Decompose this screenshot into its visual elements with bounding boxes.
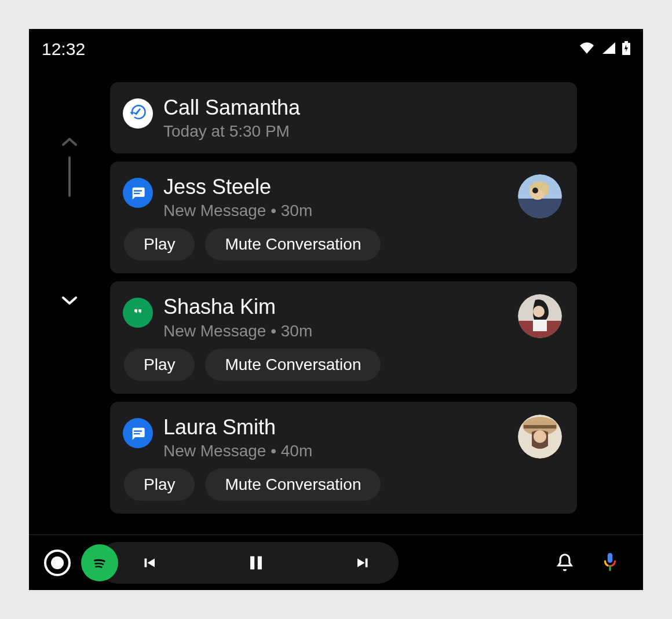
svg-point-10 — [533, 306, 545, 317]
hangouts-icon — [123, 298, 153, 328]
status-bar: 12:32 — [29, 29, 643, 61]
mute-button[interactable]: Mute Conversation — [205, 468, 381, 501]
svg-rect-11 — [533, 320, 547, 331]
reminder-icon — [123, 98, 153, 129]
pause-button[interactable] — [246, 553, 266, 573]
notification-card[interactable]: Jess Steele New Message • 30m Play Mute … — [110, 162, 577, 273]
wifi-icon — [579, 42, 594, 56]
notification-list: Call Samantha Today at 5:30 PM Jess Stee… — [110, 61, 643, 534]
prev-track-button[interactable] — [139, 554, 159, 572]
svg-rect-4 — [518, 199, 562, 218]
svg-rect-1 — [624, 41, 628, 43]
avatar — [518, 415, 562, 459]
card-subtitle: New Message • 30m — [163, 322, 507, 340]
notifications-button[interactable] — [554, 552, 576, 574]
card-title: Call Samantha — [163, 95, 562, 120]
bottom-bar — [29, 534, 643, 590]
messages-icon — [123, 418, 153, 448]
play-button[interactable]: Play — [124, 349, 195, 381]
scroll-track — [68, 156, 71, 197]
svg-rect-20 — [258, 556, 262, 569]
launcher-button[interactable] — [44, 550, 71, 576]
scroll-up-icon[interactable] — [61, 137, 78, 149]
notification-card[interactable]: Laura Smith New Message • 40m Play Mute … — [110, 402, 577, 514]
play-button[interactable]: Play — [124, 468, 195, 501]
main-area: Call Samantha Today at 5:30 PM Jess Stee… — [29, 61, 643, 534]
mute-button[interactable]: Mute Conversation — [205, 349, 381, 381]
svg-rect-15 — [524, 425, 556, 428]
svg-point-17 — [534, 430, 546, 443]
device-screen: 12:32 — [29, 29, 643, 590]
next-track-button[interactable] — [353, 554, 373, 572]
avatar — [518, 174, 562, 218]
notification-card[interactable]: Shasha Kim New Message • 30m Play Mute C… — [110, 281, 577, 393]
scroll-down-icon[interactable] — [61, 295, 78, 308]
card-subtitle: Today at 5:30 PM — [163, 122, 562, 141]
mic-icon[interactable] — [600, 551, 620, 574]
notification-card[interactable]: Call Samantha Today at 5:30 PM — [110, 82, 577, 153]
svg-rect-21 — [608, 553, 613, 563]
scroll-indicator — [29, 61, 110, 534]
card-subtitle: New Message • 40m — [163, 442, 507, 460]
svg-rect-19 — [250, 556, 254, 569]
cellular-icon — [601, 42, 615, 56]
svg-point-6 — [532, 188, 538, 193]
card-title: Shasha Kim — [163, 294, 507, 319]
card-subtitle: New Message • 30m — [163, 202, 507, 220]
card-title: Jess Steele — [163, 174, 507, 199]
avatar — [518, 294, 562, 338]
card-title: Laura Smith — [163, 415, 507, 439]
mute-button[interactable]: Mute Conversation — [205, 228, 381, 261]
play-button[interactable]: Play — [124, 228, 195, 261]
messages-icon — [123, 178, 153, 208]
battery-icon — [622, 41, 630, 57]
status-time: 12:32 — [42, 39, 85, 59]
spotify-icon[interactable] — [81, 544, 118, 581]
status-icons — [579, 41, 630, 57]
media-controls — [97, 542, 399, 584]
